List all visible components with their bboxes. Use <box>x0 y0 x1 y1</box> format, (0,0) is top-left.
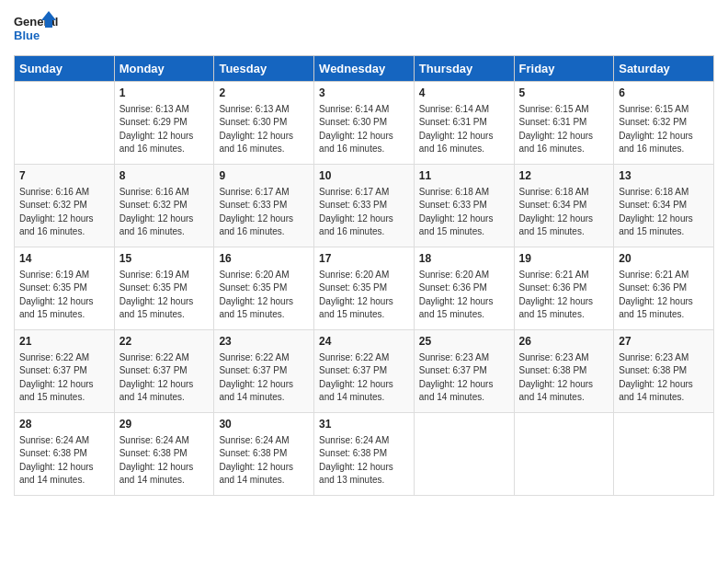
calendar-cell: 6Sunrise: 6:15 AM Sunset: 6:32 PM Daylig… <box>614 82 714 165</box>
day-header-friday: Friday <box>514 56 614 82</box>
calendar-cell: 23Sunrise: 6:22 AM Sunset: 6:37 PM Dayli… <box>214 330 314 413</box>
cell-info: Sunrise: 6:22 AM Sunset: 6:37 PM Dayligh… <box>219 351 309 405</box>
cell-info: Sunrise: 6:16 AM Sunset: 6:32 PM Dayligh… <box>119 186 210 239</box>
day-header-tuesday: Tuesday <box>214 56 314 82</box>
day-number: 19 <box>519 251 609 267</box>
day-number: 3 <box>319 86 409 101</box>
day-number: 15 <box>119 251 210 267</box>
calendar-cell: 31Sunrise: 6:24 AM Sunset: 6:38 PM Dayli… <box>314 413 415 496</box>
calendar-cell: 18Sunrise: 6:20 AM Sunset: 6:36 PM Dayli… <box>414 247 514 330</box>
day-number: 16 <box>219 251 309 267</box>
day-number: 13 <box>619 168 709 184</box>
cell-info: Sunrise: 6:22 AM Sunset: 6:37 PM Dayligh… <box>319 351 409 405</box>
day-number: 18 <box>419 251 509 267</box>
calendar-cell <box>614 413 714 496</box>
calendar-cell: 4Sunrise: 6:14 AM Sunset: 6:31 PM Daylig… <box>414 82 514 165</box>
day-number: 26 <box>519 334 609 350</box>
cell-info: Sunrise: 6:14 AM Sunset: 6:30 PM Dayligh… <box>319 103 409 156</box>
day-number: 24 <box>319 334 409 350</box>
cell-info: Sunrise: 6:20 AM Sunset: 6:36 PM Dayligh… <box>419 269 509 322</box>
cell-info: Sunrise: 6:13 AM Sunset: 6:29 PM Dayligh… <box>119 103 210 156</box>
cell-info: Sunrise: 6:21 AM Sunset: 6:36 PM Dayligh… <box>519 269 609 322</box>
day-number: 5 <box>519 86 609 101</box>
day-number: 11 <box>419 168 509 184</box>
header: General Blue <box>14 9 714 48</box>
calendar-cell: 21Sunrise: 6:22 AM Sunset: 6:37 PM Dayli… <box>15 330 115 413</box>
header-row: SundayMondayTuesdayWednesdayThursdayFrid… <box>15 56 714 82</box>
calendar-cell: 9Sunrise: 6:17 AM Sunset: 6:33 PM Daylig… <box>214 165 314 247</box>
cell-info: Sunrise: 6:21 AM Sunset: 6:36 PM Dayligh… <box>619 269 709 322</box>
day-number: 10 <box>319 168 409 184</box>
cell-info: Sunrise: 6:15 AM Sunset: 6:31 PM Dayligh… <box>519 103 609 156</box>
calendar-cell: 13Sunrise: 6:18 AM Sunset: 6:34 PM Dayli… <box>614 165 714 247</box>
week-row-2: 7Sunrise: 6:16 AM Sunset: 6:32 PM Daylig… <box>15 165 714 247</box>
cell-info: Sunrise: 6:23 AM Sunset: 6:38 PM Dayligh… <box>519 351 609 405</box>
day-number: 17 <box>319 251 409 267</box>
day-number: 23 <box>219 334 309 350</box>
calendar-cell: 24Sunrise: 6:22 AM Sunset: 6:37 PM Dayli… <box>314 330 415 413</box>
calendar-cell: 27Sunrise: 6:23 AM Sunset: 6:38 PM Dayli… <box>614 330 714 413</box>
cell-info: Sunrise: 6:20 AM Sunset: 6:35 PM Dayligh… <box>219 269 309 322</box>
cell-info: Sunrise: 6:17 AM Sunset: 6:33 PM Dayligh… <box>219 186 309 239</box>
logo: General Blue <box>14 9 60 48</box>
logo-svg: General Blue <box>14 9 60 48</box>
calendar-cell: 25Sunrise: 6:23 AM Sunset: 6:37 PM Dayli… <box>414 330 514 413</box>
cell-info: Sunrise: 6:22 AM Sunset: 6:37 PM Dayligh… <box>119 351 210 405</box>
day-number: 9 <box>219 168 309 184</box>
cell-info: Sunrise: 6:23 AM Sunset: 6:38 PM Dayligh… <box>619 351 709 405</box>
day-number: 21 <box>19 334 109 350</box>
day-number: 27 <box>619 334 709 350</box>
day-number: 8 <box>119 168 210 184</box>
calendar-cell: 12Sunrise: 6:18 AM Sunset: 6:34 PM Dayli… <box>514 165 614 247</box>
day-number: 29 <box>119 417 210 432</box>
week-row-3: 14Sunrise: 6:19 AM Sunset: 6:35 PM Dayli… <box>15 247 714 330</box>
cell-info: Sunrise: 6:14 AM Sunset: 6:31 PM Dayligh… <box>419 103 509 156</box>
day-number: 4 <box>419 86 509 101</box>
day-number: 6 <box>619 86 709 101</box>
day-header-saturday: Saturday <box>614 56 714 82</box>
calendar-cell: 17Sunrise: 6:20 AM Sunset: 6:35 PM Dayli… <box>314 247 415 330</box>
calendar-cell: 20Sunrise: 6:21 AM Sunset: 6:36 PM Dayli… <box>614 247 714 330</box>
cell-info: Sunrise: 6:24 AM Sunset: 6:38 PM Dayligh… <box>19 434 109 488</box>
calendar-cell: 8Sunrise: 6:16 AM Sunset: 6:32 PM Daylig… <box>114 165 214 247</box>
calendar-cell: 1Sunrise: 6:13 AM Sunset: 6:29 PM Daylig… <box>114 82 214 165</box>
cell-info: Sunrise: 6:22 AM Sunset: 6:37 PM Dayligh… <box>19 351 109 405</box>
cell-info: Sunrise: 6:16 AM Sunset: 6:32 PM Dayligh… <box>19 186 109 239</box>
svg-text:Blue: Blue <box>14 29 40 42</box>
cell-info: Sunrise: 6:18 AM Sunset: 6:33 PM Dayligh… <box>419 186 509 239</box>
calendar-table: SundayMondayTuesdayWednesdayThursdayFrid… <box>14 55 714 496</box>
day-header-wednesday: Wednesday <box>314 56 415 82</box>
cell-info: Sunrise: 6:19 AM Sunset: 6:35 PM Dayligh… <box>119 269 210 322</box>
day-number: 31 <box>319 417 409 432</box>
week-row-1: 1Sunrise: 6:13 AM Sunset: 6:29 PM Daylig… <box>15 82 714 165</box>
day-number: 2 <box>219 86 309 101</box>
cell-info: Sunrise: 6:24 AM Sunset: 6:38 PM Dayligh… <box>319 434 409 488</box>
cell-info: Sunrise: 6:13 AM Sunset: 6:30 PM Dayligh… <box>219 103 309 156</box>
cell-info: Sunrise: 6:17 AM Sunset: 6:33 PM Dayligh… <box>319 186 409 239</box>
calendar-cell: 28Sunrise: 6:24 AM Sunset: 6:38 PM Dayli… <box>15 413 115 496</box>
cell-info: Sunrise: 6:23 AM Sunset: 6:37 PM Dayligh… <box>419 351 509 405</box>
day-number: 20 <box>619 251 709 267</box>
day-number: 12 <box>519 168 609 184</box>
calendar-cell: 15Sunrise: 6:19 AM Sunset: 6:35 PM Dayli… <box>114 247 214 330</box>
calendar-cell: 2Sunrise: 6:13 AM Sunset: 6:30 PM Daylig… <box>214 82 314 165</box>
day-header-monday: Monday <box>114 56 214 82</box>
day-number: 30 <box>219 417 309 432</box>
calendar-cell: 16Sunrise: 6:20 AM Sunset: 6:35 PM Dayli… <box>214 247 314 330</box>
day-header-thursday: Thursday <box>414 56 514 82</box>
cell-info: Sunrise: 6:18 AM Sunset: 6:34 PM Dayligh… <box>619 186 709 239</box>
day-number: 7 <box>19 168 109 184</box>
day-number: 1 <box>119 86 210 101</box>
calendar-cell <box>514 413 614 496</box>
calendar-cell: 14Sunrise: 6:19 AM Sunset: 6:35 PM Dayli… <box>15 247 115 330</box>
calendar-cell: 30Sunrise: 6:24 AM Sunset: 6:38 PM Dayli… <box>214 413 314 496</box>
calendar-cell: 3Sunrise: 6:14 AM Sunset: 6:30 PM Daylig… <box>314 82 415 165</box>
cell-info: Sunrise: 6:18 AM Sunset: 6:34 PM Dayligh… <box>519 186 609 239</box>
cell-info: Sunrise: 6:19 AM Sunset: 6:35 PM Dayligh… <box>19 269 109 322</box>
calendar-cell: 22Sunrise: 6:22 AM Sunset: 6:37 PM Dayli… <box>114 330 214 413</box>
week-row-4: 21Sunrise: 6:22 AM Sunset: 6:37 PM Dayli… <box>15 330 714 413</box>
cell-info: Sunrise: 6:24 AM Sunset: 6:38 PM Dayligh… <box>119 434 210 488</box>
day-header-sunday: Sunday <box>15 56 115 82</box>
week-row-5: 28Sunrise: 6:24 AM Sunset: 6:38 PM Dayli… <box>15 413 714 496</box>
day-number: 22 <box>119 334 210 350</box>
